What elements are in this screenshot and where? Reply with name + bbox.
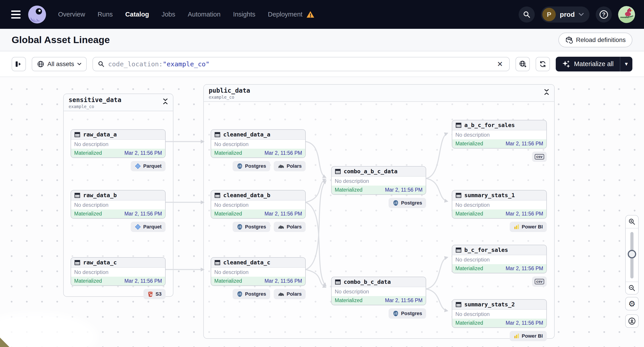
asset-timestamp: Mar 2, 11:56 PM: [385, 187, 422, 193]
postgres-icon: [392, 200, 399, 206]
powerbi-icon: [514, 333, 520, 339]
materialize-all-button[interactable]: Materialize all: [556, 57, 620, 71]
asset-node-summary_stats_2[interactable]: summary_stats_2 No description Materiali…: [452, 299, 547, 341]
postgres-icon: [392, 310, 399, 317]
user-avatar[interactable]: [618, 6, 635, 23]
refresh-button[interactable]: [536, 57, 550, 71]
asset-name: raw_data_a: [83, 131, 117, 138]
asset-node-cleaned_data_b[interactable]: cleaned_data_b No description Materializ…: [211, 190, 306, 232]
dagster-logo-icon[interactable]: [28, 5, 46, 24]
tag-postgres[interactable]: Postgres: [232, 289, 270, 299]
tag-powerbi[interactable]: Power BI: [510, 222, 547, 232]
tag-label: Postgres: [401, 311, 422, 317]
global-search-button[interactable]: [519, 6, 535, 22]
asset-node-raw_data_a[interactable]: raw_data_a No description Materialized M…: [70, 129, 166, 171]
parquet-icon: [135, 224, 141, 230]
tag-parquet[interactable]: Parquet: [131, 161, 166, 171]
zoom-in-icon: [628, 218, 636, 225]
asset-node-combo_b_c_data[interactable]: combo_b_c_data No description Materializ…: [331, 277, 426, 319]
tag-postgres[interactable]: Postgres: [388, 198, 426, 208]
asset-node-summary_stats_1[interactable]: summary_stats_1 No description Materiali…: [452, 190, 547, 232]
tag-csv[interactable]: csv: [532, 277, 547, 287]
asset-node-b_c_for_sales[interactable]: b_c_for_sales No description Materialize…: [452, 245, 547, 287]
tag-powerbi[interactable]: Power BI: [510, 331, 547, 341]
filter-asset-graph-button[interactable]: [516, 57, 530, 71]
tag-csv[interactable]: csv: [532, 152, 547, 162]
asset-node-a_b_c_for_sales[interactable]: a_b_c_for_sales No description Materiali…: [452, 120, 547, 162]
asset-description: No description: [211, 201, 305, 209]
table-icon: [74, 260, 80, 266]
nav-item-overview[interactable]: Overview: [58, 11, 85, 18]
expand-panel-icon: [15, 60, 22, 68]
asset-node-raw_data_c[interactable]: raw_data_c No description Materialized M…: [70, 257, 166, 299]
sparkles-icon: [562, 60, 570, 68]
search-icon: [98, 61, 104, 67]
asset-name: cleaned_data_b: [223, 192, 270, 199]
asset-status: Materialized: [214, 150, 242, 156]
open-sidebar-button[interactable]: [12, 57, 26, 71]
asset-node-cleaned_data_c[interactable]: cleaned_data_c No description Materializ…: [211, 257, 306, 299]
deployment-switcher[interactable]: P prod: [541, 6, 590, 22]
nav-item-deployment[interactable]: Deployment: [268, 11, 315, 18]
globe-icon: [37, 60, 44, 68]
deployment-initial: P: [542, 8, 556, 21]
nav-item-insights[interactable]: Insights: [233, 11, 256, 18]
graph-settings-button[interactable]: ⚙: [625, 297, 639, 310]
tag-parquet[interactable]: Parquet: [131, 222, 166, 232]
asset-timestamp: Mar 2, 11:56 PM: [506, 320, 543, 326]
asset-node-combo_a_b_c_data[interactable]: combo_a_b_c_data No description Material…: [331, 166, 426, 208]
nav-item-jobs[interactable]: Jobs: [162, 11, 175, 18]
tag-label: Polars: [287, 224, 302, 230]
globe-plus-icon: [519, 60, 527, 68]
zoom-in-button[interactable]: [626, 216, 638, 228]
materialize-options-caret[interactable]: ▼: [620, 57, 632, 71]
zoom-slider[interactable]: [626, 228, 638, 282]
query-field: code_location:: [108, 60, 163, 68]
tag-postgres[interactable]: Postgres: [232, 161, 270, 171]
nav-item-automation[interactable]: Automation: [188, 11, 220, 18]
asset-node-raw_data_b[interactable]: raw_data_b No description Materialized M…: [70, 190, 166, 232]
asset-timestamp: Mar 2, 11:56 PM: [506, 211, 543, 217]
asset-timestamp: Mar 2, 11:56 PM: [124, 278, 162, 284]
asset-description: No description: [332, 287, 426, 296]
tag-s3[interactable]: S3: [144, 289, 166, 299]
asset-description: No description: [452, 310, 546, 319]
table-icon: [456, 122, 462, 128]
tag-label: Postgres: [401, 200, 422, 206]
asset-status: Materialized: [335, 298, 362, 304]
reload-definitions-button[interactable]: Reload definitions: [558, 32, 632, 47]
tag-label: Polars: [287, 163, 302, 169]
asset-status: Materialized: [335, 187, 362, 193]
asset-status: Materialized: [74, 150, 102, 156]
zoom-slider-thumb[interactable]: [628, 250, 636, 258]
tag-postgres[interactable]: Postgres: [232, 222, 270, 232]
asset-node-cleaned_data_a[interactable]: cleaned_data_a No description Materializ…: [211, 129, 306, 171]
polars-bear-icon: [278, 291, 284, 297]
nav-item-runs[interactable]: Runs: [98, 11, 113, 18]
menu-icon[interactable]: [9, 7, 24, 22]
nav-item-catalog[interactable]: Catalog: [125, 11, 149, 18]
asset-description: No description: [452, 255, 546, 264]
tag-label: Postgres: [245, 291, 266, 297]
tag-polars[interactable]: Polars: [274, 161, 306, 171]
nav-links: Overview Runs Catalog Jobs Automation In…: [58, 11, 315, 18]
tag-postgres[interactable]: Postgres: [388, 308, 426, 319]
zoom-out-icon: [628, 285, 636, 292]
powerbi-icon: [514, 224, 520, 230]
search-icon: [523, 11, 530, 18]
gear-icon: ⚙: [628, 299, 636, 308]
asset-scope-dropdown[interactable]: All assets: [32, 57, 87, 71]
postgres-icon: [237, 163, 243, 169]
tag-label: S3: [156, 291, 162, 297]
clear-search-icon[interactable]: ✕: [496, 60, 504, 68]
svg-text:?: ?: [602, 11, 606, 17]
lineage-search-input[interactable]: code_location:"example_co" ✕: [92, 57, 510, 71]
zoom-out-button[interactable]: [626, 282, 638, 294]
parquet-icon: [135, 163, 141, 169]
help-button[interactable]: ?: [596, 6, 612, 22]
reload-definitions-label: Reload definitions: [576, 36, 626, 43]
tag-polars[interactable]: Polars: [274, 289, 306, 299]
tag-polars[interactable]: Polars: [274, 222, 306, 232]
download-image-button[interactable]: [625, 315, 639, 328]
lineage-canvas[interactable]: sensitive_data example_co public_data ex…: [0, 77, 644, 347]
